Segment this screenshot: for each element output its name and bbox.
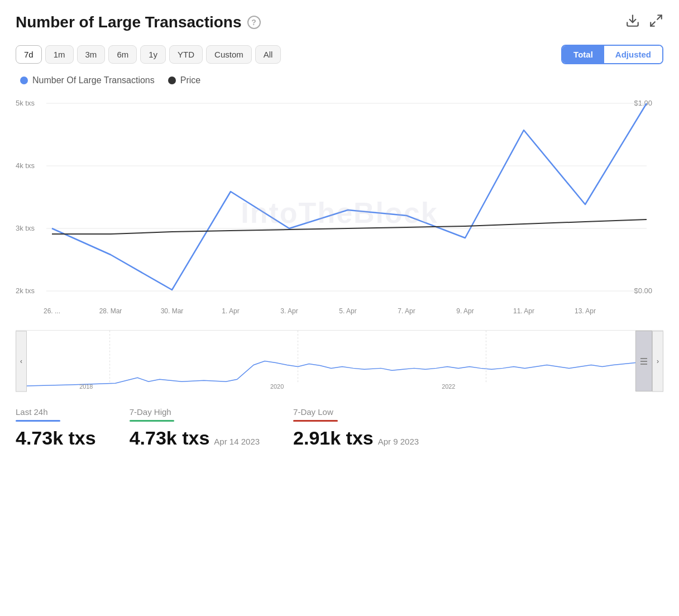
chart-legend: Number Of Large Transactions Price	[20, 75, 663, 85]
view-toggle-group: Total Adjusted	[561, 45, 663, 64]
stat-value-7dayhigh: 4.73k txs Apr 14 2023	[130, 427, 260, 449]
filter-1m[interactable]: 1m	[45, 45, 74, 64]
download-icon[interactable]	[625, 13, 640, 31]
stat-7day-high: 7-Day High 4.73k txs Apr 14 2023	[130, 407, 260, 449]
svg-line-1	[657, 15, 662, 20]
mini-label-2022: 2022	[442, 383, 455, 390]
filter-ytd[interactable]: YTD	[169, 45, 203, 64]
mini-label-2018: 2018	[79, 383, 93, 390]
stat-underline-7daylow	[293, 420, 338, 422]
scroll-right-btn[interactable]: ›	[652, 331, 663, 391]
filter-7d[interactable]: 7d	[16, 45, 42, 64]
legend-dot-blue	[20, 77, 28, 84]
y-label-5k: 5k txs	[16, 99, 35, 107]
filter-3m[interactable]: 3m	[77, 45, 106, 64]
mini-label-2020: 2020	[270, 383, 284, 390]
header-left: Number of Large Transactions ?	[16, 13, 261, 31]
scroll-left-btn[interactable]: ‹	[16, 331, 27, 391]
expand-icon[interactable]	[649, 13, 663, 31]
legend-transactions: Number Of Large Transactions	[20, 75, 155, 85]
mini-svg: 2018 2020 2022	[27, 331, 635, 391]
stat-underline-last24h	[16, 420, 60, 422]
x-label-7apr: 7. Apr	[398, 307, 415, 315]
x-label-5apr: 5. Apr	[339, 307, 356, 315]
chart-title: Number of Large Transactions	[16, 13, 242, 31]
main-chart: IntoTheBlock 5k txs 4k txs 3k txs 2k txs…	[16, 95, 663, 330]
chart-header: Number of Large Transactions ?	[16, 13, 663, 31]
blue-line	[52, 103, 647, 290]
mini-scrollbar[interactable]	[635, 331, 652, 391]
y-label-4k: 4k txs	[16, 161, 35, 170]
svg-line-2	[651, 22, 655, 26]
y-label-3k: 3k txs	[16, 224, 35, 232]
y-label-2k: 2k txs	[16, 286, 35, 295]
view-adjusted[interactable]: Adjusted	[604, 46, 662, 63]
stat-label-7daylow: 7-Day Low	[293, 407, 419, 417]
main-chart-svg: 5k txs 4k txs 3k txs 2k txs $1.00 $0.00 …	[16, 95, 663, 330]
filter-custom[interactable]: Custom	[206, 45, 252, 64]
x-label-26: 26. ...	[44, 307, 60, 315]
x-label-9apr: 9. Apr	[456, 307, 474, 315]
stat-7day-low: 7-Day Low 2.91k txs Apr 9 2023	[293, 407, 419, 449]
scrollbar-line-3	[640, 364, 647, 365]
mini-chart: ‹ 2018 2020 2022 ›	[16, 330, 663, 391]
legend-price: Price	[168, 75, 200, 85]
x-label-11apr: 11. Apr	[513, 307, 534, 315]
stat-underline-7dayhigh	[130, 420, 174, 422]
stat-value-last24h: 4.73k txs	[16, 427, 96, 449]
controls-bar: 7d 1m 3m 6m 1y YTD Custom All Total Adju…	[16, 45, 663, 64]
legend-dot-dark	[168, 77, 176, 84]
x-label-13apr: 13. Apr	[575, 307, 596, 315]
time-filter-group: 7d 1m 3m 6m 1y YTD Custom All	[16, 45, 281, 64]
x-label-1apr: 1. Apr	[222, 307, 239, 315]
legend-label-transactions: Number Of Large Transactions	[32, 75, 155, 85]
stat-label-7dayhigh: 7-Day High	[130, 407, 260, 417]
filter-all[interactable]: All	[255, 45, 281, 64]
stat-value-7daylow: 2.91k txs Apr 9 2023	[293, 427, 419, 449]
scrollbar-line-1	[640, 358, 647, 359]
stat-label-last24h: Last 24h	[16, 407, 96, 417]
x-label-30mar: 30. Mar	[161, 307, 184, 315]
filter-1y[interactable]: 1y	[140, 45, 166, 64]
x-label-3apr: 3. Apr	[280, 307, 298, 315]
scrollbar-line-2	[640, 361, 647, 362]
filter-6m[interactable]: 6m	[108, 45, 137, 64]
stat-date-7dayhigh: Apr 14 2023	[214, 437, 260, 446]
stat-last24h: Last 24h 4.73k txs	[16, 407, 96, 449]
header-actions	[625, 13, 663, 31]
view-total[interactable]: Total	[562, 46, 604, 63]
legend-label-price: Price	[180, 75, 200, 85]
help-icon[interactable]: ?	[247, 16, 261, 29]
stats-row: Last 24h 4.73k txs 7-Day High 4.73k txs …	[16, 407, 663, 449]
price-line	[52, 219, 647, 234]
mini-blue-line	[27, 361, 635, 386]
stat-date-7daylow: Apr 9 2023	[378, 437, 419, 446]
x-label-28mar: 28. Mar	[99, 307, 122, 315]
